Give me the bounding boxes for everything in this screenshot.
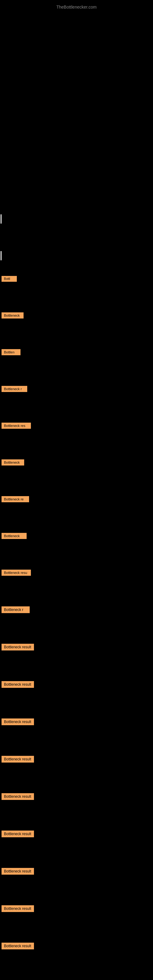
bottleneck-row: Bottleneck result bbox=[0, 905, 153, 928]
bottleneck-row: Bottleneck result bbox=[0, 756, 153, 778]
bottleneck-badge[interactable]: Bottleneck resu bbox=[2, 570, 31, 576]
vertical-bar-1 bbox=[1, 215, 2, 224]
bottleneck-badge[interactable]: Bottleneck bbox=[2, 312, 24, 318]
bottleneck-row: Bottleneck re bbox=[0, 496, 153, 517]
site-title-text: TheBottlenecker.com bbox=[56, 5, 97, 10]
bottleneck-badge[interactable]: Bottleneck result bbox=[2, 756, 34, 762]
bottleneck-row: Bottleneck r bbox=[0, 386, 153, 407]
bottleneck-badge[interactable]: Bottleneck result bbox=[2, 793, 34, 800]
bottleneck-row: Bottleneck result bbox=[0, 681, 153, 703]
bottleneck-badge[interactable]: Bottleneck result bbox=[2, 943, 34, 950]
site-title: TheBottlenecker.com bbox=[0, 2, 153, 13]
bottleneck-badge[interactable]: Bottleneck bbox=[2, 533, 27, 539]
bottleneck-badge[interactable]: Bottleneck r bbox=[2, 386, 27, 392]
bottleneck-row: Bottleneck r bbox=[0, 606, 153, 628]
bottleneck-badge[interactable]: Bottleneck result bbox=[2, 681, 34, 688]
bottleneck-row: Bottleneck result bbox=[0, 719, 153, 740]
page-background: TheBottlenecker.com BottlBottleneckBottl… bbox=[0, 0, 153, 980]
bottleneck-row: Bottleneck result bbox=[0, 830, 153, 853]
bottleneck-badge[interactable]: Bottleneck r bbox=[2, 606, 30, 613]
bottleneck-badge[interactable]: Bottleneck result bbox=[2, 644, 34, 651]
vertical-bar-2 bbox=[1, 251, 2, 260]
bottleneck-badge[interactable]: Bottlen bbox=[2, 349, 21, 355]
bottleneck-row: Bottleneck bbox=[0, 460, 153, 481]
bottleneck-row: Bottleneck result bbox=[0, 793, 153, 815]
bottleneck-row: Bottleneck result bbox=[0, 868, 153, 890]
bottleneck-row: Bottleneck result bbox=[0, 943, 153, 965]
bottleneck-row: Bottleneck resu bbox=[0, 570, 153, 591]
bottleneck-row: Bottleneck res bbox=[0, 423, 153, 444]
bottleneck-badge[interactable]: Bottleneck result bbox=[2, 830, 34, 837]
bottleneck-badge[interactable]: Bottleneck result bbox=[2, 905, 34, 912]
bottleneck-badge[interactable]: Bottleneck re bbox=[2, 496, 29, 502]
bottleneck-row: Bottlen bbox=[0, 349, 153, 371]
bottleneck-row: Bottl bbox=[0, 275, 153, 297]
bottleneck-badge[interactable]: Bottleneck res bbox=[2, 423, 31, 429]
bottleneck-badge[interactable]: Bottl bbox=[2, 276, 17, 282]
bottleneck-row: Bottleneck result bbox=[0, 644, 153, 666]
bottleneck-badge[interactable]: Bottleneck bbox=[2, 460, 24, 466]
bottleneck-list: BottlBottleneckBottlenBottleneck rBottle… bbox=[0, 275, 153, 980]
bottleneck-row: Bottleneck bbox=[0, 312, 153, 334]
bottleneck-badge[interactable]: Bottleneck result bbox=[2, 719, 34, 725]
bottleneck-row: Bottleneck bbox=[0, 533, 153, 554]
bottleneck-badge[interactable]: Bottleneck result bbox=[2, 868, 34, 875]
